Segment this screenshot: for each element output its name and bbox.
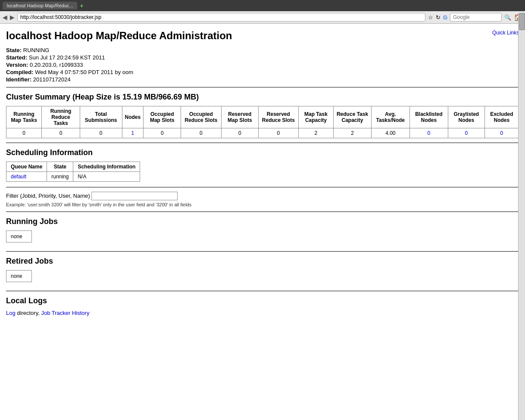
new-tab-button[interactable]: +	[80, 2, 83, 9]
cluster-summary-title: Cluster Summary (Heap Size is 15.19 MB/9…	[6, 93, 519, 102]
cluster-cell: 0	[144, 128, 181, 138]
identifier-label: Identifier:	[6, 76, 31, 83]
address-bar[interactable]	[17, 13, 425, 22]
cluster-col-header: Reserved Map Slots	[221, 106, 258, 128]
cluster-cell: 2	[334, 128, 372, 138]
cluster-col-header: Excluded Nodes	[484, 106, 519, 128]
log-link[interactable]: Log	[6, 310, 16, 316]
sched-info-cell: N/A	[73, 172, 140, 182]
started-value: Sun Jul 17 20:24:59 KST 2011	[29, 54, 105, 61]
sched-queue-cell: default	[6, 172, 47, 182]
divider-4	[6, 212, 519, 212]
running-jobs-box: none	[6, 230, 32, 243]
cluster-cell: 0	[80, 128, 122, 138]
cluster-col-header: Avg. Tasks/Node	[371, 106, 409, 128]
refresh-icon[interactable]: ↻	[436, 14, 441, 21]
retired-jobs-none: none	[11, 273, 22, 279]
queue-link[interactable]: default	[11, 174, 26, 180]
browser-chrome: localhost Hadoop Map/Reduc... +	[0, 0, 525, 11]
divider-3	[6, 187, 519, 187]
compiled-info: Compiled: Wed May 4 07:57:50 PDT 2011 by…	[6, 69, 519, 75]
page-content: Quick Links localhost Hadoop Map/Reduce …	[0, 24, 525, 320]
running-jobs-title: Running Jobs	[6, 217, 519, 226]
quick-links[interactable]: Quick Links	[492, 28, 519, 36]
cluster-col-header: Occupied Reduce Slots	[181, 106, 221, 128]
divider-1	[6, 87, 519, 87]
scheduling-title: Scheduling Information	[6, 148, 519, 157]
cluster-col-header: Nodes	[122, 106, 144, 128]
state-value: RUNNING	[23, 47, 50, 53]
browser-toolbar: ◀ ▶ ☆ ↻ G 🔍 🏠	[0, 11, 525, 24]
running-jobs-none: none	[11, 233, 22, 240]
version-label: Version:	[6, 62, 28, 68]
cluster-cell: 0	[221, 128, 258, 138]
cluster-cell: 1	[122, 128, 144, 138]
divider-5	[6, 251, 519, 252]
job-tracker-history-link[interactable]: Job Tracker History	[41, 310, 89, 316]
started-label: Started:	[6, 54, 27, 61]
cluster-col-header: Graylisted Nodes	[448, 106, 485, 128]
cluster-col-header: Running Reduce Tasks	[42, 106, 80, 128]
local-logs-title: Local Logs	[6, 296, 519, 305]
search-icon[interactable]: 🔍	[504, 14, 511, 21]
filter-row: Filter (Jobid, Priority, User, Name)	[6, 192, 519, 200]
col-state: State	[47, 162, 73, 172]
cluster-col-header: Map Task Capacity	[298, 106, 333, 128]
sched-row: defaultrunningN/A	[6, 172, 140, 182]
cluster-col-header: Reserved Reduce Slots	[259, 106, 299, 128]
cluster-cell: 0	[448, 128, 485, 138]
cluster-cell-link[interactable]: 1	[131, 130, 134, 136]
divider-2	[6, 143, 519, 143]
cluster-cell-link[interactable]: 0	[465, 130, 468, 136]
scheduling-table: Queue Name State Scheduling Information …	[6, 162, 140, 182]
local-logs-links: Log directory, Job Tracker History	[6, 310, 519, 316]
cluster-cell-link[interactable]: 0	[500, 130, 503, 136]
cluster-cell: 2	[298, 128, 333, 138]
retired-jobs-box: none	[6, 270, 32, 282]
cluster-cell: 0	[42, 128, 80, 138]
cluster-col-header: Running Map Tasks	[6, 106, 42, 128]
version-info: Version: 0.20.203.0, r1099333	[6, 62, 519, 68]
cluster-col-header: Total Submissions	[80, 106, 122, 128]
cluster-cell: 4.00	[371, 128, 409, 138]
browser-tab[interactable]: localhost Hadoop Map/Reduc...	[3, 2, 77, 9]
compiled-label: Compiled:	[6, 69, 34, 75]
search-input[interactable]	[450, 13, 502, 22]
state-label: State:	[6, 47, 22, 53]
star-icon: ☆	[428, 14, 433, 21]
forward-button[interactable]: ▶	[10, 14, 15, 21]
back-button[interactable]: ◀	[3, 14, 7, 21]
identifier-info: Identifier: 201107172024	[6, 76, 519, 83]
cluster-col-header: Blacklisted Nodes	[409, 106, 448, 128]
compiled-value: Wed May 4 07:57:50 PDT 2011 by oom	[35, 69, 133, 75]
scrollbar[interactable]	[518, 13, 525, 320]
cluster-cell-link[interactable]: 0	[428, 130, 431, 136]
cluster-cell: 0	[259, 128, 299, 138]
col-queue-name: Queue Name	[6, 162, 47, 172]
retired-jobs-title: Retired Jobs	[6, 257, 519, 266]
divider-6	[6, 291, 519, 291]
filter-label: Filter (Jobid, Priority, User, Name)	[6, 193, 90, 199]
cluster-table: Running Map TasksRunning Reduce TasksTot…	[6, 106, 519, 138]
cluster-cell: 0	[409, 128, 448, 138]
sched-state-cell: running	[47, 172, 73, 182]
version-value: 0.20.203.0, r1099333	[30, 62, 83, 68]
filter-example: Example: 'user:smith 3200' will filter b…	[6, 202, 519, 207]
cluster-col-header: Occupied Map Slots	[144, 106, 181, 128]
filter-input[interactable]	[91, 192, 178, 200]
google-logo: G	[443, 14, 447, 21]
cluster-cell: 0	[484, 128, 519, 138]
scrollbar-thumb[interactable]	[519, 13, 525, 30]
state-info: State: RUNNING	[6, 47, 519, 53]
log-suffix: directory,	[16, 310, 41, 316]
page-title: localhost Hadoop Map/Reduce Administrati…	[6, 30, 519, 42]
cluster-col-header: Reduce Task Capacity	[334, 106, 372, 128]
col-sched-info: Scheduling Information	[73, 162, 140, 172]
started-info: Started: Sun Jul 17 20:24:59 KST 2011	[6, 54, 519, 61]
cluster-cell: 0	[181, 128, 221, 138]
cluster-cell: 0	[6, 128, 42, 138]
identifier-value: 201107172024	[33, 76, 71, 83]
